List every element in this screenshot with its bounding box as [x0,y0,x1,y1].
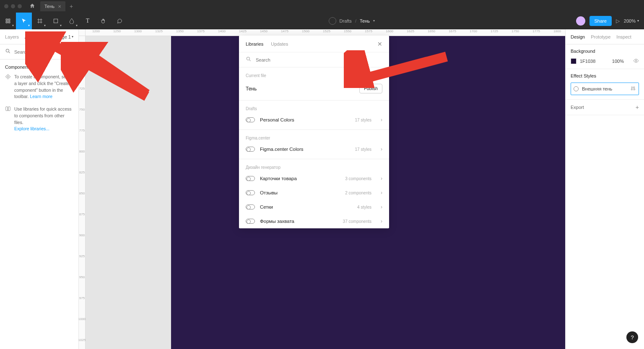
library-row[interactable]: Figma.center Colors 17 styles › [239,142,389,156]
library-toggle[interactable] [246,176,255,181]
effect-icon [574,86,579,91]
library-row[interactable]: Карточки товара 3 components › [239,171,389,186]
zoom-control[interactable]: 200% ▾ [624,18,639,23]
library-group-title: Дизайн генератор [239,159,389,171]
library-name: Отзывы [260,190,278,195]
svg-rect-4 [54,19,57,23]
svg-point-11 [247,57,249,60]
effect-styles-heading: Effect Styles [571,73,639,78]
chevron-right-icon: › [381,176,382,181]
library-row[interactable]: Формы захвата 37 components › [239,214,389,228]
effect-style-name: Внешняя тень [582,86,612,91]
text-tool[interactable]: T [80,13,96,29]
library-group-title: Drafts [239,101,389,113]
libraries-modal: Libraries Updates ✕ Current file Тень Pu… [239,36,389,228]
bg-color-swatch[interactable] [571,58,576,64]
search-icon [5,48,11,56]
adjust-icon[interactable] [630,85,636,92]
home-icon[interactable] [29,3,35,10]
library-meta: 17 styles [355,147,371,152]
close-dot[interactable] [4,4,8,8]
components-heading: Components [5,65,73,70]
file-tab-label: Тень [44,4,55,9]
visibility-icon[interactable] [633,58,639,65]
close-modal-icon[interactable]: ✕ [377,41,382,47]
present-icon[interactable]: ▷ [616,18,620,24]
max-dot[interactable] [18,4,22,8]
tab-inspect[interactable]: Inspect [616,34,631,39]
bg-opacity-value[interactable]: 100% [612,59,624,64]
breadcrumb-file[interactable]: Тень [360,18,370,23]
current-file-name: Тень [246,86,257,92]
add-export-icon[interactable]: + [636,104,639,111]
comment-tool[interactable] [112,13,127,29]
breadcrumb[interactable]: Drafts / Тень ▾ [329,17,375,25]
library-meta: 3 components [345,176,371,181]
library-meta: 2 components [345,191,371,195]
toolbar: ▼ ▼ ▼ ▼ ▼ T Drafts / Тень [0,13,644,29]
user-avatar[interactable] [576,16,585,26]
pen-tool[interactable]: ▼ [64,13,80,29]
tab-layers[interactable]: Layers [5,34,19,39]
modal-search-input[interactable] [256,57,382,62]
chevron-right-icon: › [381,146,382,152]
library-toggle[interactable] [246,117,255,122]
frame-tool[interactable]: ▼ [32,13,48,29]
explore-libraries-link[interactable]: Explore libraries... [14,126,49,131]
svg-point-10 [635,60,637,62]
library-name: Формы захвата [260,219,294,224]
tab-assets[interactable]: Assets [25,34,39,39]
chevron-right-icon: › [381,204,382,210]
library-toggle[interactable] [246,204,255,209]
library-row[interactable]: Отзывы 2 components › [239,186,389,200]
publish-button[interactable]: Publish [359,84,382,93]
modal-tab-updates[interactable]: Updates [271,41,288,47]
menu-button[interactable]: ▼ [0,13,16,29]
library-name: Сетки [260,204,273,209]
breadcrumb-folder[interactable]: Drafts [340,18,352,23]
hand-tool[interactable] [96,13,112,29]
components-help-text: To create a component, select a layer an… [14,74,73,100]
svg-rect-0 [6,19,8,21]
chevron-right-icon: › [381,190,382,196]
help-button[interactable]: ? [626,331,638,343]
page-selector[interactable]: Page 1 ▾ [56,34,73,39]
library-toggle[interactable] [246,190,255,195]
left-panel: Layers Assets Page 1 ▾ Components [0,29,79,349]
library-name: Figma.center Colors [260,147,304,152]
right-panel: Design Prototype Inspect Background 1F10… [565,29,644,349]
ruler-horizontal: 1200125013001325135013751400142514501475… [86,29,565,36]
min-dot[interactable] [11,4,15,8]
window-controls[interactable] [4,4,22,8]
new-tab-icon[interactable]: + [70,3,73,10]
tab-prototype[interactable]: Prototype [591,34,610,39]
library-toggle[interactable] [246,147,255,152]
library-meta: 4 styles [357,205,371,209]
file-tab[interactable]: Тень ✕ [40,1,65,11]
chevron-right-icon: › [381,218,382,224]
effect-style-row[interactable]: Внешняя тень [571,83,639,95]
close-tab-icon[interactable]: ✕ [58,4,61,9]
assets-search-input[interactable] [14,49,72,54]
library-name: Personal Colors [260,117,294,122]
bg-color-value[interactable]: 1F1038 [580,59,595,64]
chevron-right-icon: › [381,117,382,123]
zoom-value: 200% [624,18,636,23]
search-icon [246,56,252,64]
library-name: Карточки товара [260,176,297,181]
tab-design[interactable]: Design [571,34,585,39]
learn-more-link[interactable]: Learn more [30,94,52,99]
shape-tool[interactable]: ▼ [48,13,64,29]
share-button[interactable]: Share [589,16,612,26]
modal-tab-libraries[interactable]: Libraries [246,41,263,47]
component-icon [5,74,11,100]
background-heading: Background [571,49,639,54]
svg-rect-1 [8,19,10,21]
move-tool[interactable]: ▼ [16,13,32,29]
book-icon [5,106,11,132]
library-row[interactable]: Personal Colors 17 styles › [239,113,389,127]
owner-avatar-icon [329,17,336,25]
library-toggle[interactable] [246,219,255,224]
libraries-help-text: Use libraries for quick access to compon… [14,106,73,132]
library-row[interactable]: Сетки 4 styles › [239,200,389,214]
